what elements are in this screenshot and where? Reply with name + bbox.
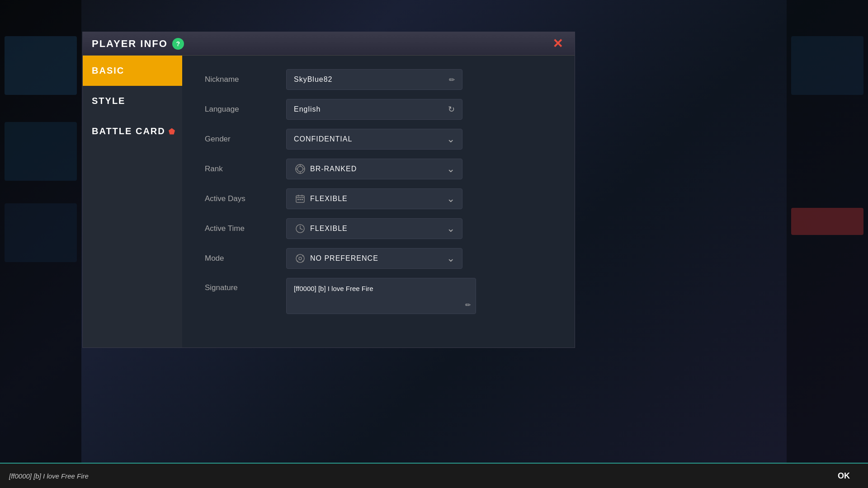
content-area: Nickname SkyBlue82 ✏ Language English ↻ … bbox=[182, 56, 575, 347]
sidebar: BASIC STYLE BATTLE CARD bbox=[83, 56, 182, 347]
sidebar-item-style[interactable]: STYLE bbox=[83, 86, 182, 116]
svg-rect-11 bbox=[300, 199, 301, 200]
svg-rect-12 bbox=[302, 199, 303, 200]
sidebar-item-basic[interactable]: BASIC bbox=[83, 56, 182, 86]
signature-value: [ff0000] [b] I love Free Fire bbox=[294, 284, 468, 293]
signature-label: Signature bbox=[205, 278, 286, 292]
bg-decor-right-top bbox=[791, 36, 863, 95]
bottom-bar: [ff0000] [b] I love Free Fire OK bbox=[0, 463, 868, 488]
gender-dropdown[interactable]: CONFIDENTIAL ⌄ bbox=[286, 129, 462, 150]
language-refresh-icon[interactable]: ↻ bbox=[448, 104, 455, 114]
bg-decor-left-mid bbox=[5, 122, 77, 181]
bg-decor-left-top bbox=[5, 36, 77, 95]
help-icon[interactable]: ? bbox=[172, 38, 184, 50]
active-time-dropdown[interactable]: FLEXIBLE ⌄ bbox=[286, 218, 462, 239]
rank-value: BR-RANKED bbox=[310, 165, 447, 173]
mode-value: NO PREFERENCE bbox=[310, 254, 447, 263]
rank-icon bbox=[294, 163, 307, 175]
nickname-label: Nickname bbox=[205, 75, 286, 84]
rank-label: Rank bbox=[205, 164, 286, 174]
gender-value: CONFIDENTIAL bbox=[294, 135, 447, 143]
language-value: English bbox=[294, 105, 448, 113]
svg-point-20 bbox=[297, 261, 298, 262]
active-days-dropdown-arrow: ⌄ bbox=[447, 193, 455, 205]
language-field[interactable]: English ↻ bbox=[286, 99, 462, 120]
bg-decor-left-bot bbox=[5, 203, 77, 262]
active-days-row: Active Days FLEXIBLE bbox=[205, 188, 552, 209]
mode-dropdown-arrow: ⌄ bbox=[447, 253, 455, 264]
signature-row: Signature [ff0000] [b] I love Free Fire … bbox=[205, 278, 552, 314]
svg-point-1 bbox=[297, 166, 303, 172]
svg-point-18 bbox=[297, 255, 298, 257]
active-time-row: Active Time FLEXIBLE ⌄ bbox=[205, 218, 552, 239]
mode-label: Mode bbox=[205, 254, 286, 263]
svg-point-21 bbox=[302, 261, 304, 262]
rank-dropdown[interactable]: BR-RANKED ⌄ bbox=[286, 159, 462, 179]
nickname-edit-icon[interactable]: ✏ bbox=[449, 75, 455, 84]
active-time-value: FLEXIBLE bbox=[310, 225, 447, 233]
mode-icon bbox=[294, 252, 307, 265]
sidebar-item-battle-card[interactable]: BATTLE CARD bbox=[83, 116, 182, 146]
nickname-row: Nickname SkyBlue82 ✏ bbox=[205, 69, 552, 90]
mode-dropdown[interactable]: NO PREFERENCE ⌄ bbox=[286, 248, 462, 269]
svg-point-19 bbox=[302, 255, 304, 257]
active-days-label: Active Days bbox=[205, 194, 286, 203]
notification-dot bbox=[169, 128, 175, 135]
active-days-value: FLEXIBLE bbox=[310, 195, 447, 203]
bg-decor-right-mid bbox=[791, 208, 863, 235]
nickname-field[interactable]: SkyBlue82 ✏ bbox=[286, 69, 462, 90]
active-days-dropdown[interactable]: FLEXIBLE ⌄ bbox=[286, 188, 462, 209]
signature-edit-icon[interactable]: ✏ bbox=[465, 301, 471, 309]
gender-row: Gender CONFIDENTIAL ⌄ bbox=[205, 129, 552, 150]
modal-body: BASIC STYLE BATTLE CARD Nickname SkyBlue… bbox=[83, 56, 575, 347]
nickname-value: SkyBlue82 bbox=[294, 75, 449, 84]
bottom-bar-text: [ff0000] [b] I love Free Fire bbox=[0, 472, 820, 480]
signature-field[interactable]: [ff0000] [b] I love Free Fire ✏ bbox=[286, 278, 476, 314]
svg-line-15 bbox=[300, 229, 302, 230]
rank-dropdown-arrow: ⌄ bbox=[447, 163, 455, 175]
gender-label: Gender bbox=[205, 135, 286, 144]
active-time-icon bbox=[294, 222, 307, 235]
active-time-label: Active Time bbox=[205, 224, 286, 233]
language-label: Language bbox=[205, 105, 286, 114]
gender-dropdown-arrow: ⌄ bbox=[447, 133, 455, 145]
rank-row: Rank BR-RANKED ⌄ bbox=[205, 159, 552, 179]
svg-point-17 bbox=[299, 257, 302, 260]
svg-rect-10 bbox=[297, 199, 299, 200]
modal-title: PLAYER INFO bbox=[92, 38, 168, 50]
ok-button[interactable]: OK bbox=[820, 471, 868, 481]
mode-row: Mode NO PREFERENCE ⌄ bbox=[205, 248, 552, 269]
modal-header: PLAYER INFO ? ✕ bbox=[83, 32, 575, 56]
language-row: Language English ↻ bbox=[205, 99, 552, 120]
player-info-modal: PLAYER INFO ? ✕ BASIC STYLE BATTLE CARD … bbox=[82, 32, 575, 348]
close-button[interactable]: ✕ bbox=[549, 36, 566, 52]
active-time-dropdown-arrow: ⌄ bbox=[447, 223, 455, 235]
active-days-icon bbox=[294, 192, 307, 205]
